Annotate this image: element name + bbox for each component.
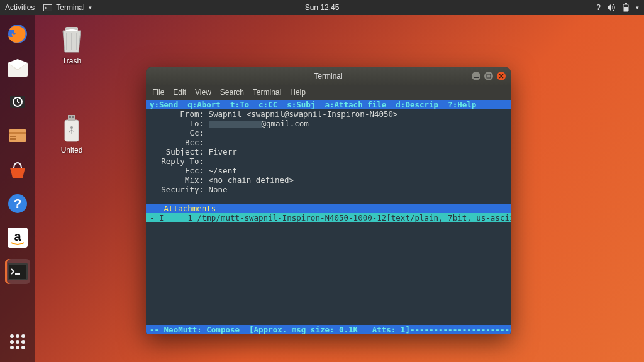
dock-files[interactable] (5, 123, 30, 148)
field-bcc: Bcc: (146, 138, 511, 147)
terminal-window: Terminal File Edit View Search Terminal … (146, 67, 511, 334)
terminal-menubar: File Edit View Search Terminal Help (146, 85, 511, 100)
svg-rect-27 (487, 74, 491, 78)
dock-software[interactable] (5, 157, 30, 182)
field-cc: Cc: (146, 128, 511, 138)
menu-help[interactable]: Help (290, 88, 306, 97)
menu-view[interactable]: View (195, 88, 211, 97)
menu-edit[interactable]: Edit (173, 88, 186, 97)
launcher-dock: ? a (0, 15, 35, 362)
mutt-shortcut-bar: y:Send q:Abort t:To c:CC s:Subj a:Attach… (146, 100, 511, 109)
svg-rect-3 (625, 3, 627, 4)
window-minimize-button[interactable] (472, 72, 480, 80)
window-maximize-button[interactable] (484, 72, 493, 80)
help-icon: ? (8, 194, 28, 214)
menu-file[interactable]: File (152, 88, 164, 97)
field-to: To: @gmail.com (146, 119, 511, 128)
mail-icon (8, 59, 28, 77)
battery-icon[interactable] (622, 3, 630, 12)
svg-rect-11 (10, 136, 16, 137)
show-apps-button[interactable] (5, 329, 30, 354)
blank-line (146, 194, 511, 204)
firefox-icon (7, 23, 28, 45)
field-subject: Subject: Fiverr (146, 147, 511, 156)
software-icon (8, 160, 28, 179)
svg-rect-23 (69, 116, 71, 118)
svg-rect-26 (474, 77, 479, 78)
status-area[interactable]: ? ▾ (596, 3, 639, 12)
desktop-icon-label: Trash (62, 57, 81, 65)
dock-amazon[interactable]: a (5, 225, 30, 250)
close-icon (499, 74, 504, 79)
field-reply-to: Reply-To: (146, 156, 511, 166)
menu-search[interactable]: Search (220, 88, 244, 97)
svg-text:?: ? (14, 197, 21, 211)
svg-rect-4 (624, 7, 628, 11)
dock-terminal[interactable] (5, 259, 30, 284)
svg-text:a: a (14, 229, 21, 243)
terminal-body[interactable]: y:Send q:Abort t:To c:CC s:Subj a:Attach… (146, 100, 511, 334)
svg-rect-10 (9, 132, 26, 134)
terminal-icon (8, 263, 28, 280)
dock-backup[interactable] (5, 89, 30, 114)
chevron-down-icon: ▾ (636, 4, 639, 11)
window-title: Terminal (314, 72, 342, 80)
svg-rect-12 (10, 138, 16, 140)
window-titlebar[interactable]: Terminal (146, 67, 511, 85)
mutt-status-bar: -- NeoMutt: Compose [Approx. msg size: 0… (146, 325, 511, 334)
svg-rect-22 (68, 115, 75, 121)
activities-button[interactable]: Activities (5, 3, 35, 12)
desktop-icon-label: United (61, 146, 83, 155)
attachment-row: - I 1 /tmp/mutt-swapnil-Inspiron-N4050-1… (146, 213, 511, 222)
usb-drive-icon (62, 114, 81, 143)
maximize-icon (486, 74, 491, 79)
backup-icon (8, 92, 28, 112)
svg-rect-19 (15, 273, 20, 275)
app-menu[interactable]: Terminal ▾ (43, 3, 91, 12)
files-icon (8, 127, 28, 145)
minimize-icon (474, 74, 479, 79)
amazon-icon: a (8, 228, 28, 248)
desktop-usb[interactable]: United (49, 113, 94, 155)
grid-icon (10, 334, 25, 349)
help-icon[interactable]: ? (596, 3, 601, 12)
trash-icon (58, 25, 86, 53)
terminal-icon (43, 4, 52, 11)
desktop-trash[interactable]: Trash (49, 24, 94, 65)
svg-rect-24 (72, 116, 74, 118)
dock-mail[interactable] (5, 55, 30, 80)
field-mix: Mix: <no chain defined> (146, 175, 511, 185)
app-menu-label: Terminal (56, 3, 84, 12)
svg-rect-1 (44, 5, 52, 11)
field-fcc: Fcc: ~/sent (146, 166, 511, 175)
dock-help[interactable]: ? (5, 191, 30, 216)
clock[interactable]: Sun 12:45 (305, 3, 340, 12)
window-close-button[interactable] (497, 72, 506, 80)
field-security: Security: None (146, 185, 511, 194)
svg-rect-18 (9, 265, 26, 279)
field-from: From: Swapnil <swapnil@swapnil-Inspiron-… (146, 109, 511, 119)
gnome-topbar: Activities Terminal ▾ Sun 12:45 ? ▾ (0, 0, 644, 15)
volume-icon[interactable] (607, 4, 616, 11)
menu-terminal[interactable]: Terminal (253, 88, 281, 97)
chevron-down-icon: ▾ (89, 4, 92, 11)
redacted-block (209, 121, 262, 128)
attachments-header: -- Attachments (146, 204, 511, 213)
dock-firefox[interactable] (5, 21, 30, 47)
